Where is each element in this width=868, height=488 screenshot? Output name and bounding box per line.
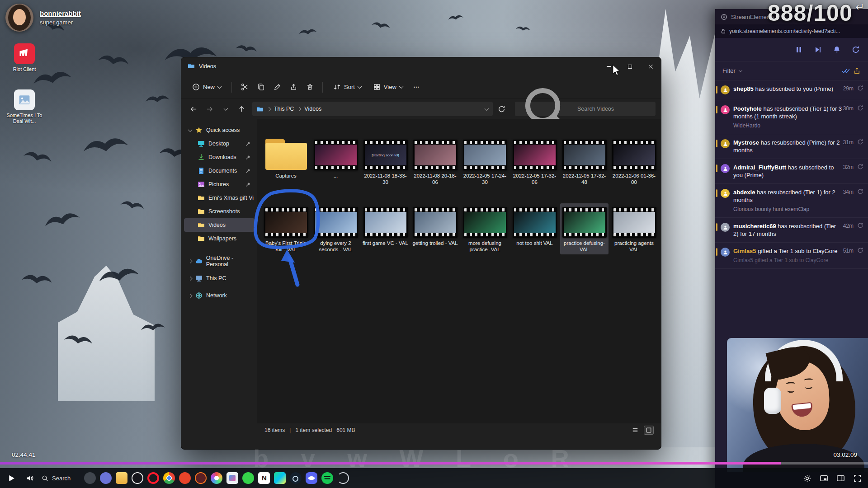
theatre-mode-icon[interactable] (836, 474, 845, 483)
sidebar-item-this-pc[interactable]: This PC (184, 272, 255, 285)
refresh-button[interactable] (495, 102, 509, 116)
cut-button[interactable] (238, 80, 251, 94)
refresh-feed-button[interactable] (852, 46, 860, 54)
taskbar-icon-pycharm[interactable] (274, 472, 286, 484)
share-button[interactable] (287, 80, 300, 94)
desktop-icon-riot-client[interactable]: Riot Client (5, 43, 44, 72)
recent-locations-button[interactable] (218, 102, 232, 116)
address-bar[interactable]: This PC Videos (252, 102, 493, 116)
taskbar-icon-medal[interactable] (84, 472, 96, 484)
sidebar-item-screenshots[interactable]: Screenshots (184, 205, 255, 218)
sidebar-item-emi-s-xmas-gift-vi[interactable]: Emi's Xmas gift Vi (184, 191, 255, 205)
file-item-baby-s-first-triple-kill-val[interactable]: Baby's First Triple Kill - VAL (262, 203, 310, 254)
taskbar-icon-obs[interactable] (132, 472, 143, 484)
back-button[interactable] (187, 102, 201, 116)
file-item-first-game-vc-val[interactable]: first game VC - VAL (361, 203, 410, 254)
taskbar-icon-photos[interactable] (226, 472, 238, 484)
file-item-2022-11-08-18-33-30[interactable]: [starting soon lol]2022-11-08 18-33-30 (361, 136, 410, 187)
file-item-getting-trolled-val[interactable]: getting trolled - VAL (411, 203, 459, 254)
explorer-titlebar[interactable]: Videos (181, 57, 661, 75)
skip-alert-button[interactable] (814, 46, 822, 54)
taskbar-icon-crunchyroll[interactable] (195, 472, 207, 484)
player-progress-bar[interactable] (0, 462, 868, 465)
miniplayer-icon[interactable] (820, 474, 828, 483)
delete-button[interactable] (303, 80, 316, 94)
file-item-2022-12-05-17-32-48[interactable]: 2022-12-05 17-32-48 (560, 136, 609, 187)
taskbar-icon-file-explorer[interactable] (116, 472, 127, 484)
settings-gear-icon[interactable] (803, 474, 811, 483)
file-item-captures[interactable]: Captures (262, 136, 310, 187)
taskbar-icon-paint[interactable] (211, 472, 222, 484)
rename-button[interactable] (270, 80, 284, 94)
minimize-button[interactable] (599, 57, 619, 75)
play-button[interactable] (7, 474, 16, 483)
replay-icon[interactable] (857, 105, 863, 111)
close-button[interactable] (640, 57, 661, 75)
sidebar-quick-access[interactable]: Quick access (184, 123, 255, 137)
file-item-2022-12-05-17-24-30[interactable]: 2022-12-05 17-24-30 (461, 136, 509, 187)
more-options-button[interactable]: ⋯ (410, 80, 424, 94)
file-item-dying-every-2-seconds-val[interactable]: dying every 2 seconds - VAL (311, 203, 360, 254)
details-view-icon[interactable] (630, 426, 640, 435)
file-item-2022-11-08-20-18-06[interactable]: 2022-11-08 20-18-06 (411, 136, 459, 187)
sidebar-item-wallpapers[interactable]: Wallpapers (184, 232, 255, 245)
sidebar-item-downloads[interactable]: Downloads (184, 150, 255, 164)
sort-button[interactable]: Sort (329, 80, 366, 94)
taskbar-icon-opera[interactable] (147, 472, 159, 484)
taskbar-icon-valorant-tracker[interactable] (242, 472, 254, 484)
view-button[interactable]: View (368, 80, 407, 94)
taskbar-search[interactable]: Search (42, 468, 71, 488)
notifications-bell-button[interactable] (833, 46, 841, 54)
pause-feed-button[interactable] (795, 46, 803, 54)
taskbar-icon-brave[interactable] (179, 472, 191, 484)
replay-icon[interactable] (857, 164, 863, 170)
filter-dropdown-icon[interactable] (739, 68, 742, 72)
streamer-avatar[interactable] (5, 4, 33, 32)
filter-input[interactable]: Filter (722, 67, 736, 74)
replay-icon[interactable] (857, 85, 863, 91)
url-bar[interactable]: yoink.streamelements.com/activity-feed?a… (715, 24, 868, 38)
sidebar-item-desktop[interactable]: Desktop (184, 137, 255, 150)
breadcrumb-this-pc[interactable]: This PC (274, 106, 294, 112)
file-item-not-too-shit-val[interactable]: not too shit VAL (510, 203, 559, 254)
explorer-search-input[interactable] (576, 105, 651, 113)
sidebar-item-onedrive-personal[interactable]: OneDrive - Personal (184, 254, 255, 268)
file-item-practicing-agents-val[interactable]: practicing agents VAL (610, 203, 658, 254)
fullscreen-icon[interactable] (853, 474, 862, 483)
copy-button[interactable] (254, 80, 268, 94)
desktop-icon-sometimes-file[interactable]: SomeTimes I To Deal Wit... (5, 89, 44, 124)
sidebar-item-network[interactable]: Network (184, 289, 255, 302)
maximize-button[interactable] (619, 57, 640, 75)
replay-icon[interactable] (857, 188, 863, 195)
explorer-search[interactable] (515, 102, 656, 116)
taskbar-icon-steam[interactable] (290, 472, 302, 484)
sidebar-item-videos[interactable]: Videos (184, 218, 255, 232)
replay-icon[interactable] (857, 222, 863, 229)
mark-all-read-icon[interactable] (842, 67, 849, 75)
export-feed-icon[interactable] (853, 67, 861, 75)
volume-button[interactable] (26, 474, 34, 483)
file-item-practice-defusing-val[interactable]: practice defusing- VAL (560, 203, 609, 254)
feed-entry-mystrose: Mystrose has resubscribed (Prime) for 2 … (715, 134, 868, 159)
file-item-2022-12-06-01-36-00[interactable]: 2022-12-06 01-36-00 (610, 136, 658, 187)
file-item-[interactable]: ... (311, 136, 360, 187)
sidebar-item-pictures[interactable]: Pictures (184, 178, 255, 191)
taskbar-icon-notion[interactable] (258, 472, 270, 484)
taskbar-icon-discord[interactable] (306, 472, 317, 484)
taskbar-icon-sync[interactable] (337, 472, 349, 484)
new-button[interactable]: New (188, 80, 226, 94)
file-item-2022-12-05-17-32-06[interactable]: 2022-12-05 17-32-06 (510, 136, 559, 187)
up-button[interactable] (235, 102, 249, 116)
taskbar-icon-discord-alt[interactable] (100, 472, 112, 484)
taskbar-icon-chrome[interactable] (163, 472, 175, 484)
forward-button[interactable] (203, 102, 217, 116)
file-item-more-defusing-practice-val[interactable]: more defusing practice -VAL (461, 203, 509, 254)
sidebar-item-documents[interactable]: Documents (184, 164, 255, 178)
replay-icon[interactable] (857, 139, 863, 145)
replay-icon[interactable] (857, 247, 863, 253)
taskbar-icon-spotify[interactable] (321, 472, 333, 484)
breadcrumb-videos[interactable]: Videos (304, 106, 321, 112)
address-dropdown-icon[interactable] (485, 106, 489, 111)
thumbnail-view-icon[interactable] (644, 426, 654, 435)
streamer-username[interactable]: bonnierabbit (40, 9, 81, 17)
